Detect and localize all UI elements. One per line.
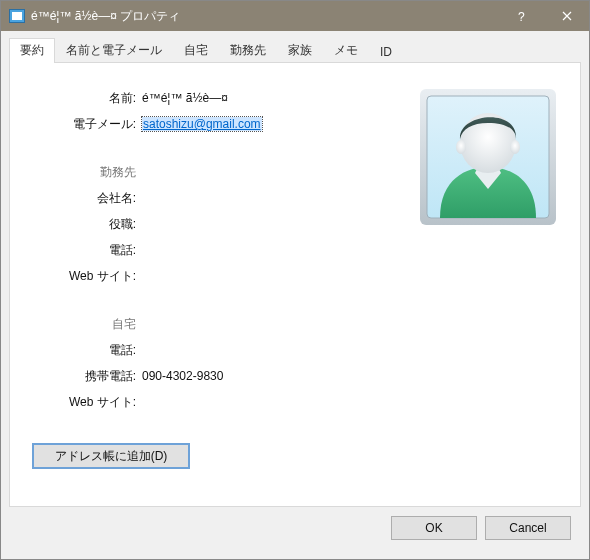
cancel-button[interactable]: Cancel <box>485 516 571 540</box>
contact-card-icon <box>9 9 25 23</box>
work-section-label: 勤務先 <box>32 164 142 181</box>
tab-name-email[interactable]: 名前と電子メール <box>55 38 173 63</box>
properties-dialog: é™é¦™ ã½è—¤ プロパティ ? 要約 名前と電子メール 自宅 勤務先 家… <box>0 0 590 560</box>
titlebar: é™é¦™ ã½è—¤ プロパティ ? <box>1 1 589 31</box>
work-web-label: Web サイト: <box>32 268 142 285</box>
tab-home[interactable]: 自宅 <box>173 38 219 63</box>
tab-family[interactable]: 家族 <box>277 38 323 63</box>
name-label: 名前: <box>32 90 142 107</box>
email-value: satoshizu@gmail.com <box>142 117 262 131</box>
svg-point-5 <box>510 140 520 154</box>
name-value: é™é¦™ ã½è—¤ <box>142 91 228 105</box>
home-phone-label: 電話: <box>32 342 142 359</box>
tab-id[interactable]: ID <box>369 41 403 63</box>
close-button[interactable] <box>544 1 589 31</box>
svg-text:?: ? <box>518 10 525 23</box>
summary-fields: 名前: é™é¦™ ã½è—¤ 電子メール: satoshizu@gmail.c… <box>32 85 420 469</box>
email-label: 電子メール: <box>32 116 142 133</box>
tabstrip: 要約 名前と電子メール 自宅 勤務先 家族 メモ ID <box>9 39 581 62</box>
home-web-label: Web サイト: <box>32 394 142 411</box>
dialog-body: 要約 名前と電子メール 自宅 勤務先 家族 メモ ID 名前: é™é¦™ ã½… <box>1 31 589 559</box>
email-link[interactable]: satoshizu@gmail.com <box>142 117 262 131</box>
contact-avatar <box>420 89 556 225</box>
work-phone-label: 電話: <box>32 242 142 259</box>
home-section-label: 自宅 <box>32 316 142 333</box>
ok-button[interactable]: OK <box>391 516 477 540</box>
tab-notes[interactable]: メモ <box>323 38 369 63</box>
add-to-address-book-button[interactable]: アドレス帳に追加(D) <box>32 443 190 469</box>
mobile-value: 090-4302-9830 <box>142 369 223 383</box>
help-button[interactable]: ? <box>499 1 544 31</box>
svg-point-4 <box>456 140 466 154</box>
window-title: é™é¦™ ã½è—¤ プロパティ <box>31 8 499 25</box>
jobtitle-label: 役職: <box>32 216 142 233</box>
company-label: 会社名: <box>32 190 142 207</box>
tab-summary[interactable]: 要約 <box>9 38 55 63</box>
mobile-label: 携帯電話: <box>32 368 142 385</box>
summary-panel: 名前: é™é¦™ ã½è—¤ 電子メール: satoshizu@gmail.c… <box>9 62 581 507</box>
tab-work[interactable]: 勤務先 <box>219 38 277 63</box>
dialog-footer: OK Cancel <box>9 507 581 549</box>
